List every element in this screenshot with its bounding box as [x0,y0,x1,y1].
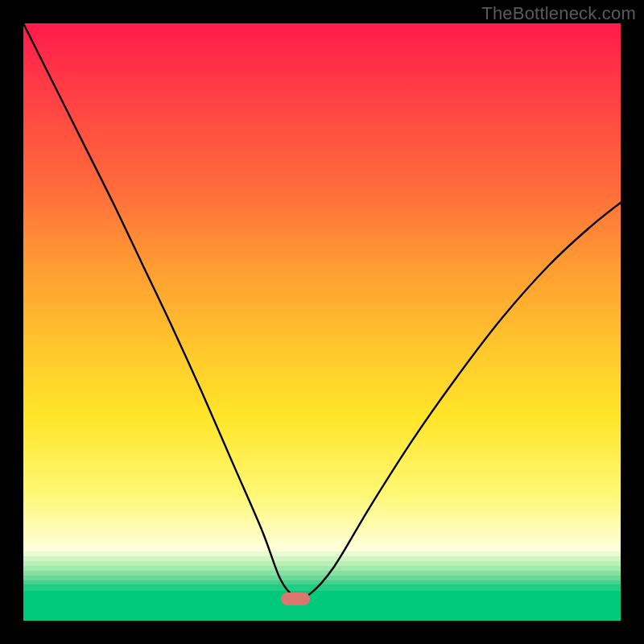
chart-frame: TheBottleneck.com [0,0,644,644]
bottleneck-curve [23,23,621,621]
plot-area [23,23,621,621]
bottleneck-marker [281,592,310,605]
watermark-text: TheBottleneck.com [481,3,636,24]
